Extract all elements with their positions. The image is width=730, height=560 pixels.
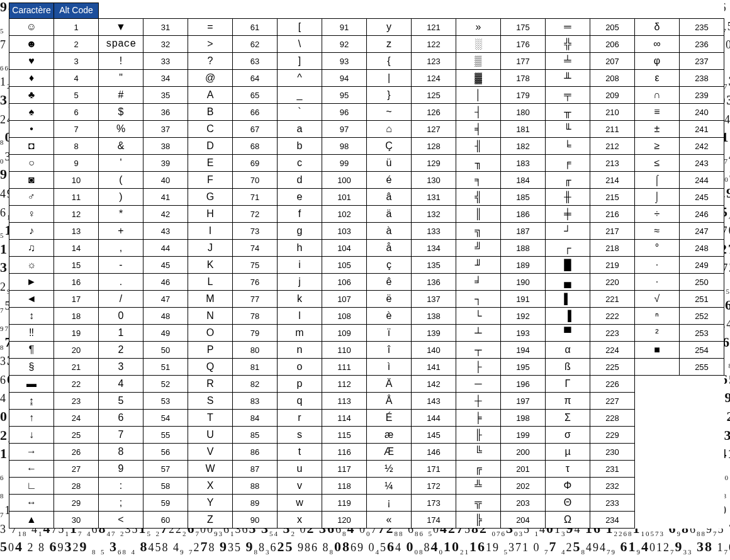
char-cell: √ [635,291,680,308]
code-cell: 77 [233,291,278,308]
code-cell: 124 [412,70,456,87]
code-cell: 115 [322,427,367,444]
code-cell: 46 [143,274,188,291]
code-cell: 48 [143,308,188,325]
code-cell: 146 [412,444,456,461]
char-cell: g [278,223,322,240]
code-cell: 179 [501,87,546,104]
code-cell: 4 [54,70,99,87]
code-cell: 17 [54,291,99,308]
char-cell: I [188,223,233,240]
code-cell: 42 [143,206,188,223]
code-cell: 58 [143,478,188,495]
code-cell: 100 [322,172,367,189]
char-cell: @ [188,70,233,87]
char-cell: ┬ [456,342,501,359]
char-cell: ♀ [9,206,54,223]
code-cell: 144 [412,410,456,427]
char-cell: δ [635,19,680,36]
char-cell: ╦ [456,495,501,512]
char-cell: > [188,36,233,53]
code-cell: 183 [501,155,546,172]
code-cell: 34 [143,70,188,87]
code-cell: 253 [680,325,724,342]
code-cell: 33 [143,53,188,70]
char-cell: , [99,240,143,257]
char-cell: z [367,36,412,53]
code-cell: 28 [54,478,99,495]
code-cell: 239 [680,87,724,104]
code-cell: 132 [412,206,456,223]
char-cell: M [188,291,233,308]
code-cell: 122 [412,36,456,53]
char-cell: █ [546,257,590,274]
code-cell: 232 [590,478,635,495]
char-cell: space [99,36,143,53]
char-cell: É [367,410,412,427]
char-cell: ☻ [9,36,54,53]
char-cell: ╜ [456,257,501,274]
code-cell: 114 [322,410,367,427]
char-cell: } [367,87,412,104]
char-cell: Θ [546,495,590,512]
char-cell: ■ [635,342,680,359]
code-cell: 26 [54,444,99,461]
code-cell: 72 [233,206,278,223]
char-cell: ╩ [456,478,501,495]
char-cell: p [278,376,322,393]
char-cell: 5 [99,393,143,410]
char-cell: ² [635,325,680,342]
table-row: ▲30<60Z90x120«174╠204Ω234 [9,512,724,529]
char-cell: k [278,291,322,308]
code-cell: 89 [233,495,278,512]
code-cell: 224 [590,342,635,359]
table-row: ↕18048N78l108è138└192▐222ⁿ252 [9,308,724,325]
code-cell: 177 [501,53,546,70]
code-cell: 39 [143,155,188,172]
char-cell: ☼ [9,257,54,274]
code-cell: 71 [233,189,278,206]
code-cell: 136 [412,274,456,291]
char-cell: K [188,257,233,274]
code-cell: 101 [322,189,367,206]
char-cell: è [367,308,412,325]
char-cell: ë [367,291,412,308]
code-cell: 118 [322,478,367,495]
char-cell: │ [456,87,501,104]
char-cell: R [188,376,233,393]
code-cell: 61 [233,19,278,36]
code-cell: 254 [680,342,724,359]
code-cell: 19 [54,325,99,342]
code-cell: 229 [590,427,635,444]
code-cell: 103 [322,223,367,240]
code-cell: 38 [143,138,188,155]
char-cell: ♪ [9,223,54,240]
code-cell: 233 [590,495,635,512]
char-cell: < [99,512,143,529]
code-cell: 247 [680,223,724,240]
char-cell: w [278,495,322,512]
char-cell: ¡ [367,495,412,512]
code-cell: 52 [143,376,188,393]
char-cell: U [188,427,233,444]
char-cell: F [188,172,233,189]
code-cell: 221 [590,291,635,308]
char-cell: a [278,121,322,138]
code-cell: 94 [322,70,367,87]
code-cell: 131 [412,189,456,206]
code-cell: 240 [680,104,724,121]
code-cell: 9 [54,155,99,172]
char-cell: ⌠ [635,172,680,189]
char-cell: ╝ [456,240,501,257]
code-cell: 241 [680,121,724,138]
char-cell: | [367,70,412,87]
code-cell: 139 [412,325,456,342]
char-cell: d [278,172,322,189]
code-cell: 235 [680,19,724,36]
code-cell: 83 [233,393,278,410]
code-cell: 25 [54,427,99,444]
code-cell: 203 [501,495,546,512]
code-cell: 255 [680,359,724,376]
code-cell: 50 [143,342,188,359]
char-cell: - [99,257,143,274]
